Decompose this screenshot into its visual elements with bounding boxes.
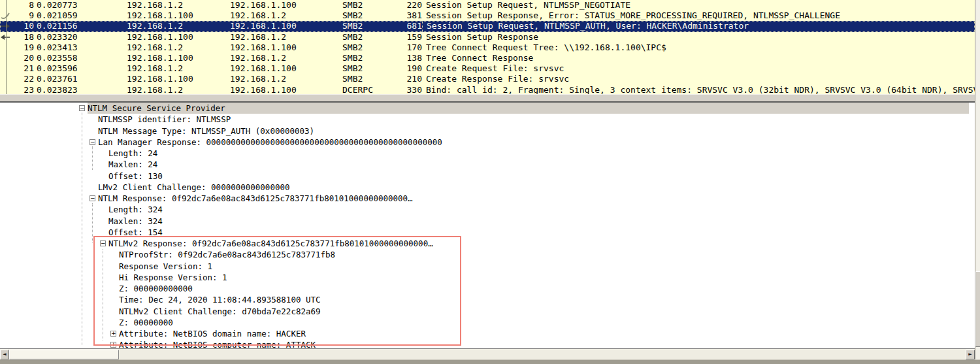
- packet-detail-pane[interactable]: −NTLM Secure Service ProviderNTLMSSP ide…: [0, 103, 975, 348]
- detail-tree-row[interactable]: Time: Dec 24, 2020 11:08:44.893588100 UT…: [0, 294, 969, 305]
- detail-tree-row[interactable]: +Attribute: NetBIOS computer name: ATTAC…: [0, 339, 969, 348]
- collapse-expander-icon[interactable]: −: [90, 139, 98, 145]
- packet-row[interactable]: 100.021156192.168.1.2192.168.1.100SMB268…: [0, 21, 975, 31]
- detail-field-text: NTLM Secure Service Provider: [88, 103, 969, 114]
- packet-cell-time: 0.023596: [34, 63, 127, 74]
- tree-indent: [0, 204, 108, 215]
- detail-tree-row[interactable]: Offset: 130: [0, 171, 969, 182]
- tree-indent: [0, 339, 110, 348]
- detail-field-text: Z: 00000000: [119, 317, 173, 328]
- packet-cell-length: 138: [405, 53, 422, 63]
- detail-tree-row[interactable]: NTLM Message Type: NTLMSSP_AUTH (0x00000…: [0, 125, 969, 137]
- detail-tree-row[interactable]: NTLMSSP identifier: NTLMSSP: [0, 114, 969, 125]
- packet-row[interactable]: 210.023596192.168.1.2192.168.1.100SMB219…: [0, 63, 975, 74]
- packet-row[interactable]: 200.023558192.168.1.100192.168.1.2SMB213…: [0, 53, 975, 63]
- window-bottom-edge: [0, 359, 980, 364]
- detail-tree-row[interactable]: −Lan Manager Response: 00000000000000000…: [0, 137, 969, 148]
- detail-tree-row[interactable]: Length: 24: [0, 148, 969, 159]
- detail-tree-row[interactable]: Maxlen: 24: [0, 159, 969, 170]
- packet-cell-length: 381: [405, 10, 422, 21]
- packet-cell-no: 23: [17, 85, 34, 95]
- related-packet-arrow-right-icon: [0, 21, 14, 31]
- packet-cell-protocol: SMB2: [342, 63, 405, 74]
- detail-tree-row[interactable]: Maxlen: 324: [0, 216, 969, 227]
- packet-cell-length: 681: [405, 21, 422, 31]
- detail-tree-row[interactable]: Length: 324: [0, 204, 969, 215]
- expander-box[interactable]: +: [110, 342, 116, 348]
- expander-box[interactable]: −: [79, 105, 85, 111]
- detail-field-text: Length: 324: [108, 204, 163, 215]
- packet-row[interactable]: 80.020773192.168.1.2192.168.1.100SMB2220…: [0, 0, 975, 10]
- scroll-left-button[interactable]: ◄: [0, 350, 9, 359]
- detail-tree-row[interactable]: +Attribute: NetBIOS domain name: HACKER: [0, 328, 969, 339]
- packet-cell-no: 9: [17, 10, 34, 21]
- expand-expander-icon[interactable]: +: [110, 331, 119, 337]
- detail-field-text: NTLMv2 Response: 0f92dc7a6e08ac843d6125c…: [108, 238, 433, 249]
- vertical-scrollbar[interactable]: [975, 0, 980, 364]
- wireshark-window: 80.020773192.168.1.2192.168.1.100SMB2220…: [0, 0, 980, 364]
- packet-cell-no: 18: [17, 32, 34, 42]
- horizontal-scrollbar-thumb[interactable]: [9, 350, 119, 359]
- packet-cell-time: 0.020773: [34, 0, 127, 10]
- related-packet-check-icon: [0, 10, 14, 21]
- detail-tree-row[interactable]: NTLMv2 Client Challenge: d70bda7e22c82a6…: [0, 306, 969, 317]
- packet-cell-destination: 192.168.1.2: [230, 53, 342, 63]
- detail-tree-row[interactable]: Hi Response Version: 1: [0, 272, 969, 283]
- detail-tree-row[interactable]: LMv2 Client Challenge: 0000000000000000: [0, 182, 969, 193]
- expander-box[interactable]: −: [90, 139, 95, 145]
- packet-cell-protocol: DCERPC: [342, 85, 405, 95]
- packet-cell-info: Tree Connect Response: [422, 53, 975, 63]
- detail-field-text: Maxlen: 324: [108, 216, 163, 227]
- detail-field-text: Response Version: 1: [119, 261, 212, 272]
- tree-indent: [0, 227, 108, 238]
- detail-tree-row[interactable]: NTProofStr: 0f92dc7a6e08ac843d6125c78377…: [0, 249, 969, 260]
- packet-cell-time: 0.023823: [34, 85, 127, 95]
- detail-field-text: Maxlen: 24: [108, 159, 157, 170]
- packet-cell-time: 0.023413: [34, 42, 127, 53]
- detail-tree-row[interactable]: Z: 00000000: [0, 317, 969, 328]
- packet-row-gutter: [0, 10, 17, 21]
- detail-field-text: Lan Manager Response: 000000000000000000…: [98, 137, 442, 148]
- expander-box[interactable]: −: [90, 195, 95, 201]
- expander-box[interactable]: −: [100, 240, 106, 246]
- scroll-right-button[interactable]: ►: [966, 350, 975, 359]
- detail-tree-row[interactable]: −NTLM Secure Service Provider: [0, 103, 969, 114]
- detail-tree-row[interactable]: Z: 000000000000: [0, 283, 969, 294]
- packet-row[interactable]: 180.023320192.168.1.100192.168.1.2SMB215…: [0, 32, 975, 42]
- packet-cell-destination: 192.168.1.100: [230, 63, 342, 74]
- pane-splitter[interactable]: [0, 94, 980, 103]
- collapse-expander-icon[interactable]: −: [90, 195, 98, 201]
- horizontal-scrollbar[interactable]: ◄ ►: [0, 348, 975, 359]
- detail-field-text: NTLMv2 Client Challenge: d70bda7e22c82a6…: [119, 306, 321, 317]
- detail-tree-row[interactable]: −NTLM Response: 0f92dc7a6e08ac843d6125c7…: [0, 193, 969, 204]
- collapse-expander-icon[interactable]: −: [79, 105, 88, 111]
- packet-cell-length: 170: [405, 42, 422, 53]
- detail-tree-row[interactable]: Response Version: 1: [0, 261, 969, 272]
- detail-field-text: NTLM Message Type: NTLMSSP_AUTH (0x00000…: [98, 125, 314, 137]
- tree-indent: [0, 159, 108, 170]
- detail-tree-row[interactable]: −NTLMv2 Response: 0f92dc7a6e08ac843d6125…: [0, 238, 969, 249]
- packet-row[interactable]: 220.023761192.168.1.100192.168.1.2SMB221…: [0, 74, 975, 84]
- packet-cell-protocol: SMB2: [342, 32, 405, 42]
- tree-indent: [0, 148, 108, 159]
- detail-tree-row[interactable]: Offset: 154: [0, 227, 969, 238]
- vertical-scrollbar-thumb[interactable]: [975, 271, 980, 347]
- detail-field-text: Attribute: NetBIOS domain name: HACKER: [119, 328, 306, 339]
- packet-row[interactable]: 90.021059192.168.1.100192.168.1.2SMB2381…: [0, 10, 975, 21]
- scroll-right-icon: ►: [968, 352, 972, 357]
- scroll-left-icon: ◄: [3, 352, 6, 357]
- packet-cell-no: 20: [17, 53, 34, 63]
- tree-indent: [0, 272, 119, 283]
- tree-indent: [0, 103, 79, 114]
- packet-row-gutter: [0, 42, 17, 53]
- packet-row[interactable]: 190.023413192.168.1.2192.168.1.100SMB217…: [0, 42, 975, 53]
- expander-box[interactable]: +: [110, 331, 116, 337]
- expand-expander-icon[interactable]: +: [110, 342, 119, 348]
- collapse-expander-icon[interactable]: −: [100, 240, 108, 246]
- packet-cell-length: 220: [405, 0, 422, 10]
- packet-cell-destination: 192.168.1.100: [230, 21, 342, 31]
- packet-cell-info: Session Setup Request, NTLMSSP_NEGOTIATE: [422, 0, 975, 10]
- tree-indent: [0, 317, 119, 328]
- packet-row[interactable]: 230.023823192.168.1.2192.168.1.100DCERPC…: [0, 85, 975, 95]
- packet-list[interactable]: 80.020773192.168.1.2192.168.1.100SMB2220…: [0, 0, 975, 94]
